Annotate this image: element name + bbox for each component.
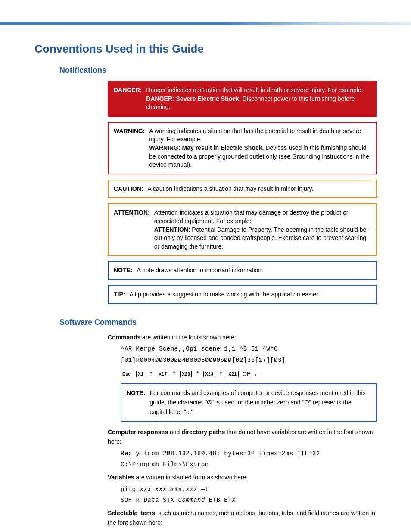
cmd-line-2: [Ø1]RØØØ4ØØ3ØØØØ4ØØØØ8ØØØØ6ØØ[Ø2]35[17][… [121,356,377,365]
vl2b: Data [143,497,159,504]
software-section: Commands are written in the fonts shown … [108,333,377,532]
danger-emph-rest: : Severe Electric Shock. [172,95,241,102]
callout-danger: DANGER: Danger indicates a situation tha… [108,81,377,117]
star3: * [196,371,199,378]
vars-rest: are written in slanted form as shown her… [134,474,248,481]
commands-intro: Commands are written in the fonts shown … [108,333,377,342]
resp-line-1: Reply from 2Ø8.132.18Ø.48: bytes=32 time… [121,449,377,459]
inner-note-body: For commands and examples of computer or… [150,389,371,417]
danger-label: DANGER: [114,86,142,95]
key-x23: X23 [203,371,215,377]
star2: * [172,371,176,378]
key-sequence: Esc X1 * X17 * X20 * X23 * X21 CE ← [121,370,377,380]
vars-line-1: ping xxx.xxx.xxx.xxx —t [121,485,377,495]
section-software-commands: Software Commands [59,318,377,327]
sel-intro: Selectable items, such as menu names, me… [108,509,377,527]
commands-intro-bold: Commands [108,334,140,341]
danger-body: Danger indicates a situation that will r… [146,86,371,112]
vl1b: xxx.xxx.xxx.xxx [140,486,198,493]
attention-body: Attention indicates a situation that may… [154,208,371,251]
notifications-stack: DANGER: Danger indicates a situation tha… [108,81,377,304]
callout-tip: TIP: A tip provides a suggestion to make… [108,285,377,304]
key-x20: X20 [180,371,192,377]
key-x1: X1 [136,371,145,377]
warning-emph-rest: May result in Electric Shock. [181,144,264,151]
note-label: NOTE: [114,266,133,275]
callout-attention: ATTENTION: Attention indicates a situati… [108,203,377,256]
vl2d: Command [178,497,205,504]
warning-body: A warning indicates a situation that has… [149,127,371,169]
resp-mid: and [168,429,181,436]
caution-label: CAUTION: [114,185,143,193]
vl1a: ping [121,486,140,493]
vl2e: ETB ETX [205,497,236,504]
callout-caution: CAUTION: A caution indications a situati… [108,180,377,199]
vl2a: SOH R [121,497,143,504]
page-content: Conventions Used in this Guide Notificat… [0,25,411,532]
vl2c: STX [159,497,178,504]
note-body: A note draws attention to important info… [137,266,371,275]
commands-intro-rest: are written in the fonts shown here: [140,334,236,341]
ce-text: CE [242,370,251,377]
attention-label: ATTENTION: [114,208,150,217]
inner-note: NOTE: For commands and examples of compu… [121,383,377,422]
star1: * [149,371,153,378]
page-title: Conventions Used in this Guide [34,42,377,56]
vars-line-2: SOH R Data STX Command ETB ETX [121,496,377,505]
responses-intro: Computer responses and directory paths t… [108,428,377,446]
key-esc: Esc [121,371,132,377]
callout-note: NOTE: A note draws attention to importan… [108,261,377,280]
inner-note-label: NOTE: [127,389,146,417]
attention-text1: Attention indicates a situation that may… [154,209,349,224]
section-notifications: Notifications [59,66,377,75]
sel-b: Selectable items [108,510,155,516]
sel-line-1: From the File menu, select New. [121,530,377,532]
caution-body: A caution indications a situation that m… [147,185,371,193]
warning-text1: A warning indicates a situation that has… [149,128,361,143]
vars-b: Variables [108,474,134,481]
resp-b1: Computer responses [108,429,168,436]
cmd-line-1: ^AR Merge Scene,,Op1 scene 1,1 ^B 51 ^W^… [121,345,377,354]
resp-line-2: C:\Program Files\Extron [121,460,377,470]
vl1c: —t [197,486,209,493]
key-x21: X21 [227,371,238,377]
tip-label: TIP: [114,290,125,299]
warning-emph: WARNING: [149,144,180,151]
star4: * [219,371,223,378]
vars-intro: Variables are written in slanted form as… [108,473,377,482]
resp-b2: directory paths [181,429,225,436]
danger-emph: DANGER [146,95,172,102]
attention-emph: ATTENTION: [154,226,190,233]
tip-body: A tip provides a suggestion to make work… [129,290,371,299]
callout-warning: WARNING: A warning indicates a situation… [108,122,377,174]
key-x17: X17 [157,371,168,377]
danger-text1: Danger indicates a situation that will r… [146,87,363,93]
warning-label: WARNING: [114,127,145,136]
